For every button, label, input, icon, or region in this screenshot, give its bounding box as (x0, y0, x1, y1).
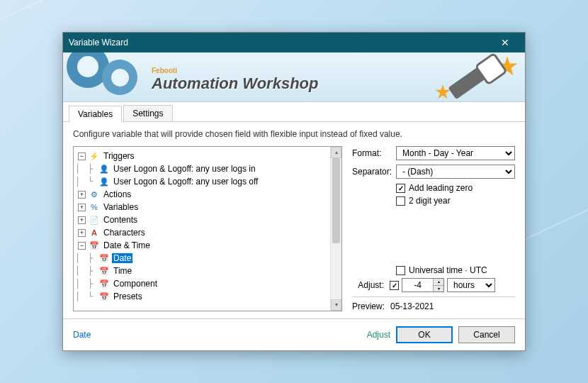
two-digit-checkbox[interactable] (396, 196, 405, 206)
spin-down-icon[interactable]: ▾ (434, 286, 443, 292)
tree-node-contents[interactable]: + 📄 Contents (75, 213, 340, 226)
breadcrumb[interactable]: Date (73, 330, 91, 340)
adjust-checkbox[interactable] (390, 281, 399, 290)
adjust-label: Adjust: (352, 280, 384, 290)
tab-bar: Variables Settings (63, 102, 525, 122)
tree-node-trigger-login[interactable]: │ ├ 👤 User Logon & Logoff: any user logs… (75, 162, 340, 175)
expand-icon[interactable]: + (78, 191, 86, 199)
tab-settings[interactable]: Settings (123, 105, 172, 121)
tree-node-actions[interactable]: + ⚙ Actions (75, 188, 340, 201)
tree-node-presets[interactable]: │ └ 📅 Presets (75, 290, 340, 303)
collapse-icon[interactable]: − (78, 242, 86, 250)
separator-select[interactable]: - (Dash) (396, 165, 515, 179)
preview-label: Preview: (352, 301, 385, 311)
tree-node-component[interactable]: │ ├ 📅 Component (75, 277, 340, 290)
close-icon[interactable]: ✕ (491, 37, 519, 48)
spin-up-icon[interactable]: ▴ (434, 279, 443, 286)
pencil-icon (448, 55, 502, 99)
tree-node-triggers[interactable]: − ⚡ Triggers (75, 150, 340, 162)
format-select[interactable]: Month - Day - Year (396, 146, 515, 160)
variable-tree[interactable]: − ⚡ Triggers │ ├ 👤 User Logon & Logoff: … (74, 147, 341, 306)
calendar-icon: 📅 (98, 291, 110, 302)
tree-node-variables[interactable]: + % Variables (75, 201, 340, 213)
ok-button[interactable]: OK (396, 326, 453, 343)
scroll-down-icon[interactable]: ▾ (331, 299, 341, 311)
cancel-button[interactable]: Cancel (458, 326, 515, 343)
format-label: Format: (352, 148, 396, 158)
two-digit-label: 2 digit year (409, 196, 451, 206)
calendar-icon: 📅 (98, 278, 110, 289)
lightning-icon: ⚡ (89, 150, 100, 162)
scroll-thumb[interactable] (332, 158, 340, 243)
gear-icon (102, 60, 137, 95)
preview-value: 05-13-2021 (390, 301, 434, 311)
calendar-icon: 📅 (89, 240, 100, 251)
footer: Date Adjust OK Cancel (63, 318, 525, 350)
user-icon: 👤 (98, 176, 110, 187)
percent-icon: % (89, 201, 100, 213)
character-icon: A (89, 227, 100, 238)
user-icon: 👤 (98, 163, 110, 174)
leading-zero-label: Add leading zero (409, 183, 473, 193)
separator-label: Separator: (352, 167, 396, 177)
tree-node-datetime[interactable]: − 📅 Date & Time (75, 239, 340, 252)
utc-checkbox[interactable] (396, 266, 405, 275)
dialog-window: Variable Wizard ✕ Febooti Automation Wor… (62, 32, 526, 351)
brand-label: Febooti (152, 67, 318, 74)
options-panel: Format: Month - Day - Year Separator: - … (352, 146, 515, 311)
clock-icon: 📅 (98, 265, 110, 277)
expand-icon[interactable]: + (78, 216, 86, 224)
tree-node-date[interactable]: │ ├ 📅 Date (75, 252, 340, 265)
gear-icon: ⚙ (89, 189, 100, 200)
adjust-unit-select[interactable]: hours (447, 278, 495, 292)
expand-icon[interactable]: + (78, 229, 86, 237)
document-icon: 📄 (89, 214, 100, 226)
app-title: Automation Workshop (152, 74, 318, 93)
banner: Febooti Automation Workshop (63, 52, 525, 102)
adjust-value-input[interactable]: -4 ▴ ▾ (402, 278, 444, 292)
utc-label: Universal time · UTC (409, 265, 487, 275)
scrollbar[interactable]: ▴ ▾ (330, 147, 341, 311)
titlebar: Variable Wizard ✕ (63, 33, 525, 52)
collapse-icon[interactable]: − (78, 152, 86, 160)
tree-node-time[interactable]: │ ├ 📅 Time (75, 265, 340, 277)
adjust-indicator: Adjust (367, 330, 390, 340)
leading-zero-checkbox[interactable] (396, 184, 405, 193)
tree-panel: − ⚡ Triggers │ ├ 👤 User Logon & Logoff: … (73, 146, 342, 311)
scroll-up-icon[interactable]: ▴ (331, 147, 341, 158)
tree-node-trigger-logoff[interactable]: │ └ 👤 User Logon & Logoff: any user logs… (75, 175, 340, 188)
tab-variables[interactable]: Variables (69, 106, 122, 122)
description-text: Configure variable that will provide cho… (73, 129, 515, 139)
tree-node-characters[interactable]: + A Characters (75, 226, 340, 239)
calendar-icon: 📅 (98, 252, 110, 264)
expand-icon[interactable]: + (78, 204, 86, 211)
window-title: Variable Wizard (69, 38, 491, 48)
